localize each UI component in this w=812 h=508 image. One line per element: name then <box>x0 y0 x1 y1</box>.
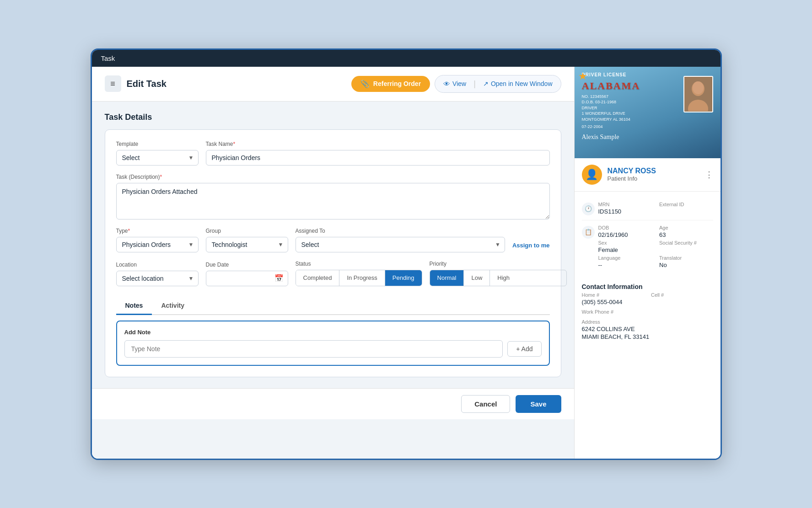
template-group: Template Select ▼ <box>116 141 199 166</box>
status-label: Status <box>296 261 422 267</box>
dl-gold-star: ★ <box>578 70 587 82</box>
patient-info-header: 👤 NANCY ROSS Patient Info ⋮ <box>575 158 721 192</box>
type-label: Type* <box>116 228 199 234</box>
notes-section: Notes Activity Add Note + Add <box>116 297 550 366</box>
cell-phone-label: Cell # <box>651 292 713 298</box>
priority-normal-button[interactable]: Normal <box>430 270 464 286</box>
svg-point-3 <box>693 81 704 94</box>
task-desc-label: Task (Description)* <box>116 174 550 180</box>
task-name-input[interactable] <box>206 150 550 166</box>
task-name-label: Task Name* <box>206 141 550 147</box>
home-phone-label: Home # <box>582 292 644 298</box>
translator-field: Translator No <box>659 255 713 268</box>
translator-label: Translator <box>659 255 713 261</box>
form-row-4: Location Select location ▼ Due Date <box>116 261 550 286</box>
translator-value: No <box>659 262 713 268</box>
status-in-progress-button[interactable]: In Progress <box>339 270 385 286</box>
dl-photo <box>683 76 713 112</box>
dl-overlay: ★ DRIVER LICENSE ALABAMA NO. 12345567 D.… <box>575 67 721 158</box>
dl-info: NO. 12345567 D.O.B. 03-21-1968 DRIVER 1 … <box>582 94 630 130</box>
header-left: ≡ Edit Task <box>105 75 167 92</box>
form-row-3: Type* Physician Orders ▼ Group <box>116 228 550 252</box>
template-select-wrapper: Select ▼ <box>116 150 199 166</box>
priority-label: Priority <box>430 261 567 267</box>
age-label: Age <box>659 225 713 230</box>
status-group: Status Completed In Progress Pending <box>296 261 422 286</box>
contact-section-heading: Contact Information <box>575 278 721 292</box>
main-panel: ≡ Edit Task 📎 Referring Order 👁 View | <box>92 67 574 459</box>
tab-activity[interactable]: Activity <box>152 297 194 315</box>
add-note-label: Add Note <box>124 329 542 336</box>
work-phone-label: Work Phone # <box>582 309 713 315</box>
priority-high-button[interactable]: High <box>490 270 517 286</box>
template-select[interactable]: Select <box>116 150 199 166</box>
due-date-wrapper: 📅 <box>206 271 288 286</box>
tab-notes[interactable]: Notes <box>116 297 152 315</box>
language-field: Language -- <box>598 255 652 268</box>
history-icon: 🕐 <box>582 203 595 215</box>
address-value: 6242 COLLINS AVE <box>582 326 713 332</box>
driver-license-image: ★ DRIVER LICENSE ALABAMA NO. 12345567 D.… <box>575 67 721 158</box>
window-title: Task <box>101 54 115 62</box>
age-value: 63 <box>659 231 713 238</box>
tab-row: Notes Activity <box>116 297 550 315</box>
header-actions-group: 👁 View | ↗ Open in New Window <box>435 75 561 93</box>
template-label: Template <box>116 141 199 147</box>
referring-order-button[interactable]: 📎 Referring Order <box>351 76 430 92</box>
address-label: Address <box>582 319 713 325</box>
action-divider: | <box>473 79 476 89</box>
form-card: Template Select ▼ Task Name* <box>105 129 561 377</box>
task-desc-group: Task (Description)* <box>116 174 550 219</box>
group-select-wrapper: Technologist ▼ <box>206 237 288 252</box>
priority-group: Priority Normal Low High <box>430 261 567 286</box>
assign-to-me-button[interactable]: Assign to me <box>512 242 550 252</box>
patient-details: 🕐 MRN IDS1150 External ID 📋 <box>575 192 721 278</box>
note-input[interactable] <box>124 340 503 358</box>
save-button[interactable]: Save <box>516 395 561 413</box>
patient-name: NANCY ROSS <box>608 167 656 175</box>
group-select[interactable]: Technologist <box>206 237 288 252</box>
assigned-to-select-wrapper: Select ▼ <box>296 237 505 252</box>
title-bar: Task <box>92 50 721 67</box>
language-value: -- <box>598 262 652 268</box>
home-phone-value: (305) 555-0044 <box>582 299 644 305</box>
sex-field: Sex Female <box>598 240 652 253</box>
form-row-2: Task (Description)* <box>116 174 550 219</box>
status-completed-button[interactable]: Completed <box>296 270 340 286</box>
external-id-label: External ID <box>659 202 713 207</box>
assigned-to-select[interactable]: Select <box>296 237 505 252</box>
due-date-input[interactable] <box>206 271 288 286</box>
notes-content: Add Note + Add <box>116 321 550 366</box>
ssn-field: Social Security # <box>659 240 713 253</box>
paperclip-icon: 📎 <box>360 80 370 88</box>
right-panel: ★ DRIVER LICENSE ALABAMA NO. 12345567 D.… <box>574 67 721 459</box>
mrn-value: IDS1150 <box>598 208 652 215</box>
priority-low-button[interactable]: Low <box>464 270 490 286</box>
due-date-group: Due Date 📅 <box>206 262 288 286</box>
add-note-button[interactable]: + Add <box>507 341 541 357</box>
status-pending-button[interactable]: Pending <box>385 270 422 286</box>
home-phone-field: Home # (305) 555-0044 <box>582 292 644 305</box>
task-desc-textarea[interactable] <box>116 183 550 219</box>
patient-name-role: NANCY ROSS Patient Info <box>608 167 656 182</box>
open-new-window-button[interactable]: ↗ Open in New Window <box>479 77 557 90</box>
view-button[interactable]: 👁 View <box>439 77 471 91</box>
detail-content-dob: DOB 02/16/1960 Age 63 Sex Female Socia <box>598 225 713 268</box>
priority-button-group: Normal Low High <box>430 270 567 286</box>
type-select-wrapper: Physician Orders ▼ <box>116 237 199 252</box>
form-row-1: Template Select ▼ Task Name* <box>116 141 550 166</box>
type-group: Type* Physician Orders ▼ <box>116 228 199 252</box>
patient-avatar: 👤 <box>582 165 602 185</box>
location-group: Location Select location ▼ <box>116 262 199 286</box>
note-input-row: + Add <box>124 340 542 358</box>
sex-value: Female <box>598 246 652 253</box>
status-button-group: Completed In Progress Pending <box>296 270 422 286</box>
group-label: Group <box>206 228 288 234</box>
type-select[interactable]: Physician Orders <box>116 237 199 252</box>
assigned-to-group: Assigned To Select ▼ <box>296 228 505 252</box>
page-title: Edit Task <box>127 79 167 89</box>
assigned-to-label: Assigned To <box>296 228 505 234</box>
location-select[interactable]: Select location <box>116 271 199 286</box>
cancel-button[interactable]: Cancel <box>461 395 510 413</box>
patient-menu-icon[interactable]: ⋮ <box>705 170 713 180</box>
